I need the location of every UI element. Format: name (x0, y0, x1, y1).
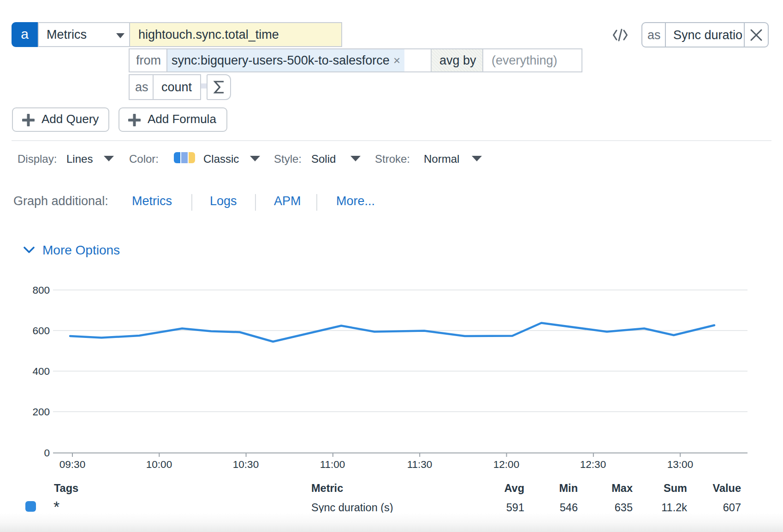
svg-text:12:00: 12:00 (493, 459, 519, 470)
svg-text:10:30: 10:30 (233, 459, 259, 470)
svg-text:200: 200 (32, 406, 50, 418)
svg-text:0: 0 (44, 447, 50, 459)
svg-text:12:30: 12:30 (580, 459, 606, 470)
svg-text:09:30: 09:30 (59, 459, 85, 470)
svg-text:10:00: 10:00 (146, 459, 172, 470)
svg-text:800: 800 (32, 284, 50, 296)
svg-text:11:30: 11:30 (407, 459, 433, 470)
svg-text:600: 600 (32, 325, 50, 337)
svg-text:400: 400 (32, 366, 50, 377)
svg-text:11:00: 11:00 (320, 459, 345, 470)
svg-text:13:00: 13:00 (667, 459, 693, 470)
